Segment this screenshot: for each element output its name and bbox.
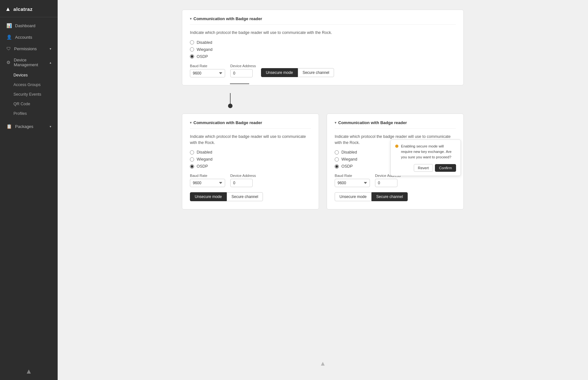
bottom-right-radio-disabled-label: Disabled: [341, 150, 357, 154]
top-card-radio-wiegand-input[interactable]: [190, 47, 194, 51]
sidebar-sub-item-devices-label: Devices: [13, 73, 28, 77]
top-card-baud-rate-select[interactable]: 9600 19200 38400 57600 115200: [190, 69, 225, 77]
top-card-radio-osdp-input[interactable]: [190, 54, 194, 59]
main-footer-icon: ▲: [320, 360, 326, 367]
packages-chevron-icon: ▾: [50, 125, 51, 128]
top-card-unsecure-mode-button[interactable]: Unsecure mode: [261, 68, 298, 77]
sidebar-sub-item-access-groups-label: Access Groups: [13, 83, 41, 87]
bottom-right-device-address-input[interactable]: [375, 179, 397, 187]
bottom-left-radio-disabled-input[interactable]: [190, 150, 194, 154]
bottom-left-radio-osdp[interactable]: OSDP: [190, 164, 311, 169]
top-card-radio-disabled[interactable]: Disabled: [190, 40, 456, 45]
sidebar-sub-item-qr-code-label: QR Code: [13, 102, 30, 106]
sidebar-sub-item-profiles[interactable]: Profiles: [1, 109, 56, 118]
dashboard-icon: 📊: [6, 23, 12, 28]
sidebar-item-accounts-label: Accounts: [15, 35, 32, 40]
bottom-right-btn-group: Unsecure mode Secure channel: [335, 192, 408, 201]
tooltip-actions: Revert Confirm: [395, 164, 456, 172]
sidebar-item-device-management[interactable]: ⚙ Device Management ▴: [1, 55, 56, 70]
bottom-left-radio-group: Disabled Wiegand OSDP: [190, 150, 311, 169]
sidebar-item-dashboard[interactable]: 📊 Dashboard: [1, 20, 56, 31]
top-card-form-row: Baud Rate 9600 19200 38400 57600 115200 …: [190, 64, 456, 77]
top-card-baud-rate-label: Baud Rate: [190, 64, 225, 68]
bottom-right-radio-disabled-input[interactable]: [335, 150, 339, 154]
bottom-left-radio-wiegand-input[interactable]: [190, 157, 194, 162]
top-card-radio-wiegand[interactable]: Wiegand: [190, 47, 456, 52]
revert-button[interactable]: Revert: [414, 164, 433, 172]
permissions-chevron-icon: ▾: [50, 47, 51, 51]
bottom-left-baud-rate-group: Baud Rate 9600 19200: [190, 174, 225, 187]
top-card-radio-osdp[interactable]: OSDP: [190, 54, 456, 59]
bottom-right-radio-wiegand-label: Wiegand: [341, 157, 357, 162]
bottom-left-baud-rate-select[interactable]: 9600 19200: [190, 179, 225, 187]
bottom-left-form-row: Baud Rate 9600 19200 Device Address Unse…: [190, 174, 311, 202]
sidebar-footer-icon: ▲: [25, 367, 32, 376]
bottom-left-section-title: Communication with Badge reader: [193, 120, 262, 125]
sidebar-sub-item-devices[interactable]: Devices: [1, 71, 56, 80]
sidebar-item-packages[interactable]: 📋 Packages ▾: [1, 121, 56, 132]
top-card-radio-osdp-label: OSDP: [197, 54, 208, 59]
bottom-right-baud-rate-group: Baud Rate 9600 19200: [335, 174, 370, 187]
alcatraz-logo-icon: ▲: [5, 6, 11, 12]
tooltip-header: Enabling secure mode will require new ke…: [395, 144, 456, 160]
arrow-horizontal-line: [230, 83, 249, 84]
sidebar-item-accounts[interactable]: 👤 Accounts: [1, 32, 56, 43]
bottom-row: ▾ Communication with Badge reader Indica…: [182, 114, 464, 210]
bottom-right-baud-rate-select[interactable]: 9600 19200: [335, 179, 370, 187]
bottom-left-device-address-input[interactable]: [230, 179, 253, 187]
top-card-radio-disabled-input[interactable]: [190, 40, 194, 44]
accounts-icon: 👤: [6, 35, 12, 40]
confirm-button[interactable]: Confirm: [435, 164, 456, 172]
bottom-left-radio-osdp-input[interactable]: [190, 164, 194, 169]
sidebar-sub-item-qr-code[interactable]: QR Code: [1, 99, 56, 108]
sidebar-item-dashboard-label: Dashboard: [15, 23, 36, 28]
top-card-section-title: Communication with Badge reader: [193, 16, 262, 21]
bottom-left-radio-disabled[interactable]: Disabled: [190, 150, 311, 154]
top-card-secure-channel-button[interactable]: Secure channel: [298, 68, 334, 77]
sidebar-item-permissions[interactable]: 🛡 Permissions ▾: [1, 43, 56, 54]
bottom-right-radio-osdp-label: OSDP: [341, 164, 353, 169]
sidebar: ▲ alcatraz 📊 Dashboard 👤 Accounts 🛡 Perm…: [0, 0, 58, 380]
sidebar-footer: ▲: [0, 363, 58, 380]
bottom-left-radio-wiegand[interactable]: Wiegand: [190, 157, 311, 162]
bottom-left-chevron-icon: ▾: [190, 121, 192, 124]
sidebar-sub-item-access-groups[interactable]: Access Groups: [1, 80, 56, 89]
bottom-left-device-address-label: Device Address: [230, 174, 256, 178]
top-card-chevron-icon: ▾: [190, 17, 192, 20]
top-card-device-address-group: Device Address: [230, 64, 256, 77]
bottom-right-chevron-icon: ▾: [335, 121, 336, 124]
arrow-connector: [230, 93, 231, 106]
sidebar-sub-item-security-events[interactable]: Security Events: [1, 90, 56, 99]
sidebar-item-device-management-label: Device Management: [14, 58, 46, 67]
sidebar-item-permissions-label: Permissions: [14, 46, 37, 51]
bottom-left-description: Indicate which protocol the badge reader…: [190, 134, 311, 146]
bottom-right-secure-channel-button[interactable]: Secure channel: [372, 192, 408, 201]
device-management-icon: ⚙: [6, 60, 11, 65]
bottom-right-unsecure-mode-button[interactable]: Unsecure mode: [335, 192, 372, 201]
bottom-right-card: ▾ Communication with Badge reader Indica…: [327, 114, 464, 210]
sidebar-logo-text: alcatraz: [13, 6, 33, 12]
permissions-icon: 🛡: [6, 46, 11, 51]
packages-icon: 📋: [6, 124, 12, 129]
bottom-left-unsecure-mode-button[interactable]: Unsecure mode: [190, 192, 227, 201]
bottom-right-radio-wiegand-input[interactable]: [335, 157, 339, 162]
bottom-right-radio-osdp-input[interactable]: [335, 164, 339, 169]
bottom-right-section-header: ▾ Communication with Badge reader: [335, 120, 456, 129]
bottom-left-radio-wiegand-label: Wiegand: [197, 157, 212, 162]
tooltip-warning-dot: [395, 145, 398, 148]
sidebar-logo: ▲ alcatraz: [0, 0, 58, 17]
bottom-left-secure-channel-button[interactable]: Secure channel: [227, 192, 263, 201]
confirm-tooltip: Enabling secure mode will require new ke…: [390, 139, 461, 176]
top-card-radio-disabled-label: Disabled: [197, 40, 212, 45]
top-card-device-address-input[interactable]: [230, 69, 253, 77]
arrow-connector-area: [182, 93, 464, 106]
top-card-baud-rate-group: Baud Rate 9600 19200 38400 57600 115200: [190, 64, 225, 77]
top-card-description: Indicate which protocol the badge reader…: [190, 30, 456, 36]
bottom-right-baud-rate-label: Baud Rate: [335, 174, 370, 178]
bottom-left-radio-disabled-label: Disabled: [197, 150, 212, 154]
bottom-left-baud-rate-label: Baud Rate: [190, 174, 225, 178]
sidebar-item-packages-label: Packages: [15, 124, 33, 129]
bottom-right-device-address-group: Device Address: [375, 174, 401, 187]
top-card-device-address-label: Device Address: [230, 64, 256, 68]
bottom-left-card: ▾ Communication with Badge reader Indica…: [182, 114, 319, 210]
